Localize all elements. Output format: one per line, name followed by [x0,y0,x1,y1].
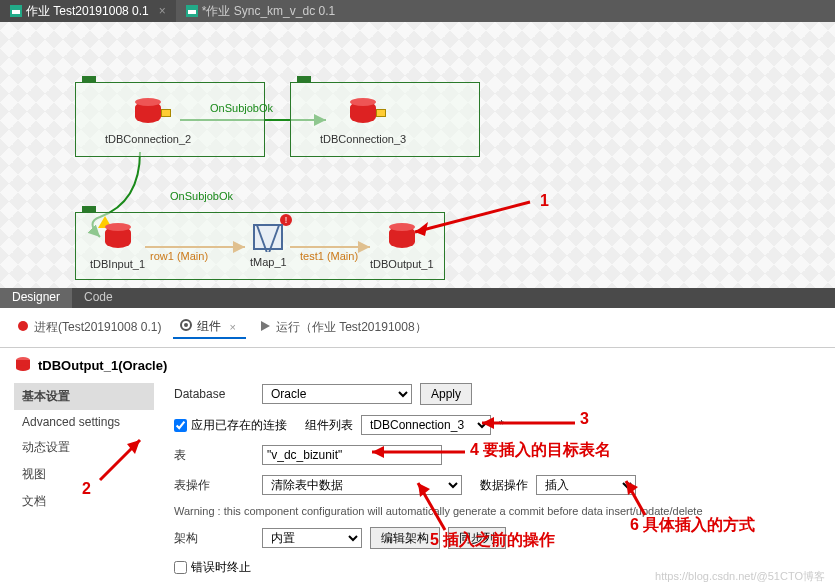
table-op-label: 表操作 [174,477,254,494]
table-op-select[interactable]: 清除表中数据 [262,475,462,495]
data-op-label: 数据操作 [480,477,528,494]
node-tdbinput1[interactable]: tDBInput_1 [90,222,145,270]
edit-schema-button[interactable]: 编辑架构 [370,527,440,549]
database-label: Database [174,387,254,401]
table-input[interactable] [262,445,442,465]
tab-job-1[interactable]: 作业 Test20191008 0.1 × [0,0,176,22]
component-panel: tDBOutput_1(Oracle) 基本设置 Advanced settin… [0,348,835,588]
conn-list-select[interactable]: tDBConnection_3 [361,415,491,435]
use-existing-label: 应用已存在的连接 [191,417,287,434]
db-icon [14,356,32,375]
required-mark: * [499,418,504,432]
process-icon [16,319,30,336]
node-tdbconnection3[interactable]: tDBConnection_3 [320,97,406,145]
die-on-error-checkbox[interactable] [174,561,187,574]
edge-label: OnSubjobOk [210,102,273,114]
panel-title: tDBOutput_1(Oracle) [14,356,821,375]
design-canvas[interactable]: tDBConnection_2 tDBConnection_3 tDBInput… [0,22,835,288]
schema-select[interactable]: 内置 [262,528,362,548]
view-process[interactable]: 进程(Test20191008 0.1) [10,317,167,338]
view-label: 进程(Test20191008 0.1) [34,319,161,336]
view-label: 运行（作业 Test20191008） [276,319,427,336]
panel-title-text: tDBOutput_1(Oracle) [38,358,167,373]
side-tab-view[interactable]: 视图 [14,461,154,488]
edge-label: OnSubjobOk [170,190,233,202]
node-tmap1[interactable]: ! tMap_1 [250,222,287,268]
job-icon [186,5,198,17]
edge-label: test1 (Main) [300,250,358,262]
design-mode-tabs: Designer Code [0,288,835,308]
svg-point-8 [18,321,28,331]
views-bar: 进程(Test20191008 0.1) 组件 × 运行（作业 Test2019… [0,308,835,348]
side-tab-basic[interactable]: 基本设置 [14,383,154,410]
side-tabs: 基本设置 Advanced settings 动态设置 视图 文档 [14,383,154,586]
job-icon [10,5,22,17]
edge-label: row1 (Main) [150,250,208,262]
side-tab-dynamic[interactable]: 动态设置 [14,434,154,461]
node-label: tDBConnection_3 [320,133,406,145]
data-op-select[interactable]: 插入 [536,475,636,495]
view-run[interactable]: 运行（作业 Test20191008） [252,317,433,338]
form-area: Database Oracle Apply 应用已存在的连接 组件列表 tDBC… [154,383,821,586]
tab-job-2[interactable]: *作业 Sync_km_v_dc 0.1 [176,0,345,22]
svg-rect-1 [12,10,20,14]
svg-rect-3 [188,10,196,14]
view-component[interactable]: 组件 × [173,316,245,339]
warning-text: Warning : this component configuration w… [174,505,821,517]
use-existing-checkbox[interactable] [174,419,187,432]
editor-tabs: 作业 Test20191008 0.1 × *作业 Sync_km_v_dc 0… [0,0,835,22]
sync-columns-button[interactable]: 同步列 [448,527,506,549]
play-icon [258,319,272,336]
node-label: tDBOutput_1 [370,258,434,270]
side-tab-advanced[interactable]: Advanced settings [14,410,154,434]
node-label: tDBConnection_2 [105,133,191,145]
view-label: 组件 [197,318,221,335]
tab-label: 作业 Test20191008 0.1 [26,3,149,20]
tab-designer[interactable]: Designer [0,288,72,308]
annotation-1: 1 [540,192,549,210]
close-icon[interactable]: × [159,4,166,18]
tab-code[interactable]: Code [72,288,125,308]
close-icon[interactable]: × [225,321,239,333]
node-label: tMap_1 [250,256,287,268]
node-tdbconnection2[interactable]: tDBConnection_2 [105,97,191,145]
apply-button[interactable]: Apply [420,383,472,405]
database-select[interactable]: Oracle [262,384,412,404]
tab-label: *作业 Sync_km_v_dc 0.1 [202,3,335,20]
node-label: tDBInput_1 [90,258,145,270]
node-tdboutput1[interactable]: tDBOutput_1 [370,222,434,270]
schema-label: 架构 [174,530,254,547]
component-icon [179,318,193,335]
conn-list-label: 组件列表 [305,417,353,434]
svg-point-13 [16,365,30,371]
svg-point-10 [184,323,188,327]
table-label: 表 [174,447,254,464]
side-tab-doc[interactable]: 文档 [14,488,154,515]
watermark: https://blog.csdn.net/@51CTO博客 [655,569,825,584]
die-on-error-label: 错误时终止 [191,559,251,576]
